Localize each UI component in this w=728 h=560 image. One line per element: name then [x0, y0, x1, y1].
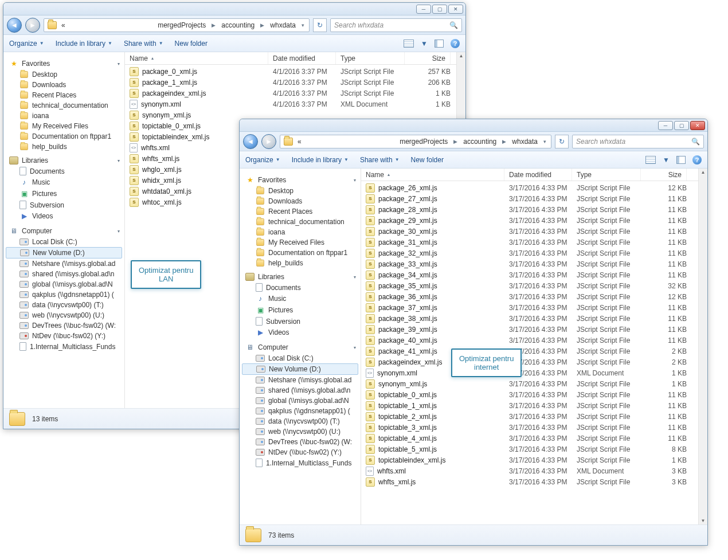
help-icon[interactable]: ? [451, 39, 460, 48]
crumb[interactable]: « [60, 21, 66, 29]
sidebar-item[interactable]: global (\\misys.global.ad\N [240, 395, 361, 406]
col-name[interactable]: Name [361, 169, 504, 181]
sidebar-item[interactable]: shared (\\misys.global.ad\n [3, 269, 124, 279]
file-row[interactable]: Stopictableindex_xml.js3/17/2016 4:33 PM… [361, 455, 698, 465]
help-icon[interactable]: ? [692, 155, 702, 165]
sidebar-item[interactable]: ▣Pictures [240, 304, 361, 316]
file-row[interactable]: Spackageindex_xml.js3/17/2016 4:33 PMJSc… [361, 357, 698, 367]
titlebar[interactable]: ─ ▢ ✕ [3, 3, 465, 15]
crumb[interactable]: « [296, 138, 303, 146]
col-type[interactable]: Type [336, 52, 405, 64]
sidebar-item[interactable]: ioana [240, 227, 361, 237]
file-row[interactable]: Spackage_38_xml.js3/17/2016 4:33 PMJScri… [361, 313, 698, 324]
sidebar-item[interactable]: New Volume (D:) [242, 363, 358, 375]
sidebar-libraries[interactable]: Libraries▾ [240, 272, 361, 282]
sidebar-item[interactable]: help_builds [240, 258, 361, 268]
maximize-button[interactable]: ▢ [674, 121, 689, 130]
sidebar-item[interactable]: qakplus (\\gdnsnetapp01) ( [3, 289, 124, 300]
crumb[interactable]: whxdata [511, 138, 539, 146]
view-icon[interactable] [404, 40, 414, 48]
back-button[interactable]: ◄ [7, 18, 22, 33]
sidebar-item[interactable]: NtDev (\\buc-fsw02) (Y:) [3, 331, 124, 341]
sidebar-item[interactable]: Documentation on ftppar1 [3, 131, 124, 142]
col-name[interactable]: Name [125, 52, 268, 64]
minimize-button[interactable]: ─ [416, 5, 431, 14]
file-list[interactable]: Spackage_26_xml.js3/17/2016 4:33 PMJScri… [361, 181, 698, 524]
sidebar-item[interactable]: Recent Places [240, 206, 361, 217]
sidebar-item[interactable]: technical_documentation [3, 100, 124, 111]
sidebar-item[interactable]: ♪Music [3, 177, 124, 188]
file-row[interactable]: Stopictable_2_xml.js3/17/2016 4:33 PMJSc… [361, 411, 698, 422]
breadcrumb[interactable]: « mergedProjects▶ accounting▶ whxdata ▾ [280, 135, 551, 148]
search-input[interactable]: Search whxdata🔍 [330, 18, 462, 32]
search-input[interactable]: Search whxdata🔍 [572, 135, 704, 148]
file-row[interactable]: Spackage_40_xml.js3/17/2016 4:33 PMJScri… [361, 335, 698, 346]
file-row[interactable]: Stopictable_5_xml.js3/17/2016 4:33 PMJSc… [361, 444, 698, 455]
minimize-button[interactable]: ─ [658, 121, 673, 130]
sidebar-item[interactable]: Documents [240, 282, 361, 293]
sidebar-item[interactable]: Netshare (\\misys.global.ad [3, 259, 124, 269]
file-row[interactable]: <>synonym.xml4/1/2016 3:37 PMXML Documen… [125, 99, 456, 109]
back-button[interactable]: ◄ [243, 134, 258, 149]
sidebar-libraries[interactable]: Libraries▾ [3, 155, 124, 166]
file-row[interactable]: Swhfts_xml.js3/17/2016 4:33 PMJScript Sc… [361, 476, 698, 487]
file-row[interactable]: Stopictable_1_xml.js3/17/2016 4:33 PMJSc… [361, 400, 698, 411]
file-row[interactable]: Stopictable_4_xml.js3/17/2016 4:33 PMJSc… [361, 433, 698, 444]
sidebar-item[interactable]: Subversion [240, 316, 361, 327]
sidebar-item[interactable]: Downloads [240, 196, 361, 206]
col-size[interactable]: Size [641, 169, 687, 181]
organize-button[interactable]: Organize▼ [245, 156, 280, 164]
file-row[interactable]: Spackageindex_xml.js4/1/2016 3:37 PMJScr… [125, 88, 456, 99]
sidebar-item[interactable]: Netshare (\\misys.global.ad [240, 375, 361, 385]
column-header[interactable]: Name Date modified Type Size [125, 52, 456, 65]
file-row[interactable]: Spackage_34_xml.js3/17/2016 4:33 PMJScri… [361, 269, 698, 280]
file-row[interactable]: Spackage_30_xml.js3/17/2016 4:33 PMJScri… [361, 226, 698, 237]
file-row[interactable]: Spackage_31_xml.js3/17/2016 4:33 PMJScri… [361, 237, 698, 248]
sidebar-item[interactable]: My Received Files [3, 121, 124, 131]
file-row[interactable]: <>whfts.xml3/17/2016 4:33 PMXML Document… [361, 465, 698, 476]
sidebar-item[interactable]: DevTrees (\\buc-fsw02) (W: [240, 437, 361, 447]
file-row[interactable]: Spackage_27_xml.js3/17/2016 4:33 PMJScri… [361, 193, 698, 204]
close-button[interactable]: ✕ [448, 5, 463, 14]
sidebar-item[interactable]: NtDev (\\buc-fsw02) (Y:) [240, 447, 361, 457]
sidebar-item[interactable]: global (\\misys.global.ad\N [3, 279, 124, 289]
col-date[interactable]: Date modified [268, 52, 336, 64]
sidebar-item[interactable]: shared (\\misys.global.ad\n [240, 385, 361, 395]
sidebar-item[interactable]: New Volume (D:) [6, 247, 122, 259]
sidebar-item[interactable]: 1.Internal_Multiclass_Funds [240, 457, 361, 468]
file-row[interactable]: <>synonym.xml3/17/2016 4:33 PMXML Docume… [361, 367, 698, 378]
preview-pane-icon[interactable] [676, 156, 686, 164]
sidebar-item[interactable]: 1.Internal_Multiclass_Funds [3, 341, 124, 352]
col-type[interactable]: Type [572, 169, 641, 181]
sidebar-item[interactable]: Documents [3, 166, 124, 177]
crumb[interactable]: whxdata [269, 21, 297, 29]
sidebar-item[interactable]: qakplus (\\gdnsnetapp01) ( [240, 406, 361, 416]
sidebar-item[interactable]: ▣Pictures [3, 188, 124, 199]
preview-pane-icon[interactable] [435, 40, 444, 48]
sidebar-item[interactable]: ♪Music [240, 293, 361, 304]
sidebar-item[interactable]: Local Disk (C:) [3, 237, 124, 247]
sidebar-item[interactable]: technical_documentation [240, 217, 361, 227]
file-row[interactable]: Stopictable_0_xml.js3/17/2016 4:33 PMJSc… [361, 389, 698, 400]
crumb[interactable]: accounting [220, 21, 256, 29]
file-row[interactable]: Stopictable_3_xml.js3/17/2016 4:33 PMJSc… [361, 422, 698, 433]
file-row[interactable]: Spackage_29_xml.js3/17/2016 4:33 PMJScri… [361, 215, 698, 226]
share-button[interactable]: Share with▼ [360, 156, 400, 164]
file-row[interactable]: Spackage_37_xml.js3/17/2016 4:33 PMJScri… [361, 302, 698, 313]
file-row[interactable]: Spackage_26_xml.js3/17/2016 4:33 PMJScri… [361, 182, 698, 193]
col-date[interactable]: Date modified [504, 169, 572, 181]
file-row[interactable]: Spackage_33_xml.js3/17/2016 4:33 PMJScri… [361, 259, 698, 269]
sidebar-item[interactable]: Downloads [3, 80, 124, 90]
sidebar-item[interactable]: Recent Places [3, 90, 124, 100]
newfolder-button[interactable]: New folder [411, 156, 444, 164]
file-row[interactable]: Spackage_35_xml.js3/17/2016 4:33 PMJScri… [361, 280, 698, 291]
view-icon[interactable] [645, 156, 656, 164]
column-header[interactable]: Name Date modified Type Size [361, 169, 698, 181]
file-row[interactable]: Spackage_0_xml.js4/1/2016 3:37 PMJScript… [125, 66, 456, 77]
sidebar-favorites[interactable]: ★Favorites▾ [3, 58, 124, 69]
breadcrumb[interactable]: « mergedProjects▶ accounting▶ whxdata ▾ [44, 18, 310, 32]
sidebar-item[interactable]: ▶Videos [3, 210, 124, 222]
close-button[interactable]: ✕ [690, 121, 705, 130]
sidebar-item[interactable]: ▶Videos [240, 327, 361, 338]
file-row[interactable]: Spackage_32_xml.js3/17/2016 4:33 PMJScri… [361, 248, 698, 259]
